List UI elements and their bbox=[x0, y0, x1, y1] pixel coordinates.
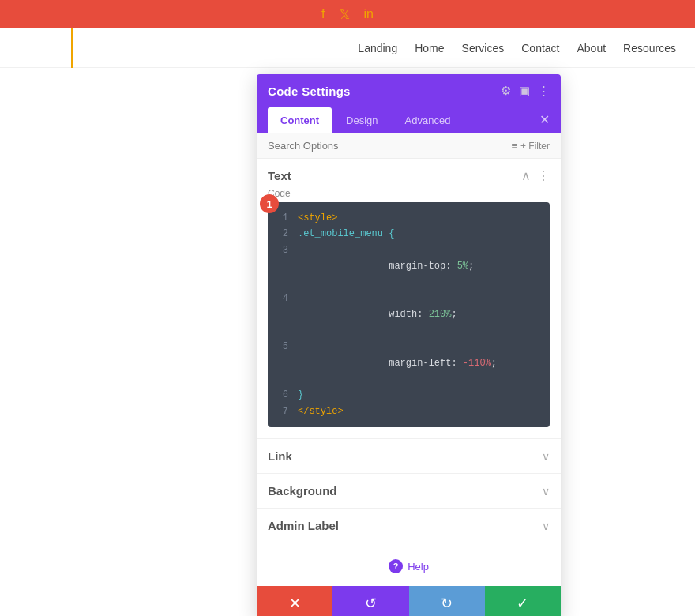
code-line-4: 4 width: 210%; bbox=[279, 291, 542, 339]
nav-resources[interactable]: Resources bbox=[623, 42, 676, 54]
code-line-2: 2 .et_mobile_menu { bbox=[279, 226, 542, 242]
section-more-icon[interactable]: ⋮ bbox=[537, 168, 550, 183]
panel-title: Code Settings bbox=[268, 85, 351, 98]
link-chevron-icon: ∨ bbox=[542, 450, 550, 463]
redo-button[interactable]: ↻ bbox=[409, 586, 485, 616]
code-line-1: 1 <style> bbox=[279, 210, 542, 226]
nav-services[interactable]: Services bbox=[462, 42, 505, 54]
panel-body: ≡ + Filter Text ∧ ⋮ Code 1 bbox=[257, 133, 561, 586]
filter-button[interactable]: ≡ + Filter bbox=[511, 140, 550, 152]
panel-footer: ✕ ↺ ↻ ✓ bbox=[257, 586, 561, 616]
help-label: Help bbox=[408, 561, 429, 573]
step-badge: 1 bbox=[260, 194, 279, 213]
collapse-icon[interactable]: ∧ bbox=[521, 168, 531, 183]
save-button[interactable]: ✓ bbox=[485, 586, 561, 616]
code-editor[interactable]: 1 <style> 2 .et_mobile_menu { 3 mar bbox=[268, 202, 550, 427]
text-section-icons: ∧ ⋮ bbox=[521, 168, 550, 183]
more-icon[interactable]: ⋮ bbox=[538, 84, 550, 98]
main-nav: Landing Home Services Contact About Reso… bbox=[358, 41, 676, 55]
tab-design[interactable]: Design bbox=[333, 107, 390, 133]
link-section-header[interactable]: Link ∨ bbox=[257, 439, 561, 473]
linkedin-icon[interactable]: in bbox=[364, 7, 374, 21]
code-label: Code bbox=[257, 188, 561, 202]
admin-label-section-title: Admin Label bbox=[268, 519, 339, 532]
tab-advanced[interactable]: Advanced bbox=[393, 107, 464, 133]
code-line-5: 5 margin-left: -110%; bbox=[279, 339, 542, 387]
text-section-title: Text bbox=[268, 169, 291, 182]
nav-home[interactable]: Home bbox=[415, 42, 444, 54]
layout-icon[interactable]: ▣ bbox=[519, 84, 530, 98]
settings-icon[interactable]: ⚙ bbox=[501, 84, 511, 98]
cancel-button[interactable]: ✕ bbox=[257, 586, 332, 616]
panel-header-icons: ⚙ ▣ ⋮ bbox=[501, 84, 550, 98]
twitter-icon[interactable]: 𝕏 bbox=[340, 7, 350, 22]
link-section-title: Link bbox=[268, 449, 292, 463]
nav-landing[interactable]: Landing bbox=[358, 42, 397, 54]
code-settings-panel: Code Settings ⚙ ▣ ⋮ Content Design Advan… bbox=[257, 74, 561, 616]
background-section-header[interactable]: Background ∨ bbox=[257, 474, 561, 508]
filter-icon: ≡ bbox=[511, 140, 517, 152]
background-section: Background ∨ bbox=[257, 474, 561, 509]
nav-accent bbox=[71, 28, 73, 68]
panel-tabs: Content Design Advanced ✕ bbox=[257, 107, 561, 133]
text-section: Text ∧ ⋮ Code 1 1 <style> bbox=[257, 159, 561, 439]
top-bar: f 𝕏 in bbox=[0, 0, 695, 28]
admin-label-section-header[interactable]: Admin Label ∨ bbox=[257, 509, 561, 543]
facebook-icon[interactable]: f bbox=[321, 7, 325, 21]
code-line-7: 7 </style> bbox=[279, 404, 542, 419]
code-line-3: 3 margin-top: 5%; bbox=[279, 242, 542, 291]
tab-content[interactable]: Content bbox=[268, 107, 332, 133]
nav-bar: Landing Home Services Contact About Reso… bbox=[0, 28, 695, 68]
reset-button[interactable]: ↺ bbox=[332, 586, 408, 616]
filter-label: + Filter bbox=[520, 141, 550, 152]
nav-contact[interactable]: Contact bbox=[521, 42, 559, 54]
text-section-header[interactable]: Text ∧ ⋮ bbox=[257, 159, 561, 188]
search-bar: ≡ + Filter bbox=[257, 133, 561, 159]
code-line-6: 6 } bbox=[279, 387, 542, 403]
admin-label-chevron-icon: ∨ bbox=[542, 520, 550, 532]
background-section-title: Background bbox=[268, 484, 337, 498]
nav-about[interactable]: About bbox=[577, 42, 606, 54]
background-chevron-icon: ∨ bbox=[542, 485, 550, 498]
panel-close-button[interactable]: ✕ bbox=[532, 107, 550, 133]
panel-header: Code Settings ⚙ ▣ ⋮ bbox=[257, 74, 561, 107]
admin-label-section: Admin Label ∨ bbox=[257, 509, 561, 543]
page-content: Code Settings ⚙ ▣ ⋮ Content Design Advan… bbox=[0, 68, 695, 616]
help-icon: ? bbox=[389, 559, 403, 573]
link-section: Link ∨ bbox=[257, 439, 561, 474]
code-editor-wrap: 1 1 <style> 2 .et_mobile_menu { bbox=[268, 202, 550, 427]
help-row[interactable]: ? Help bbox=[257, 543, 561, 586]
search-options-input[interactable] bbox=[268, 140, 511, 152]
